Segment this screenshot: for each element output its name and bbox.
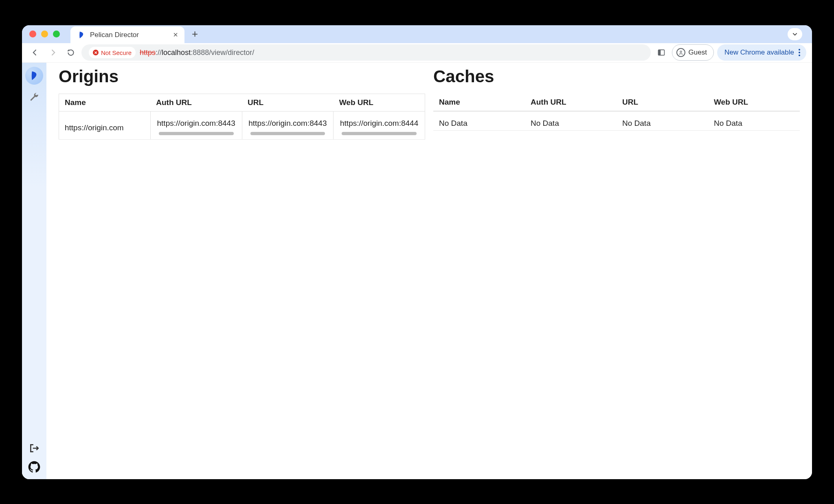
column-header: Name bbox=[433, 94, 525, 111]
column-header: Auth URL bbox=[525, 94, 617, 111]
column-header: URL bbox=[617, 94, 708, 111]
forward-button[interactable] bbox=[46, 45, 60, 60]
horizontal-scrollbar[interactable] bbox=[342, 132, 417, 135]
update-available-button[interactable]: New Chrome available bbox=[717, 44, 806, 61]
url-scheme: https bbox=[140, 48, 156, 57]
svg-point-5 bbox=[799, 55, 800, 56]
table-row: No Data No Data No Data No Data bbox=[433, 111, 800, 131]
panel-toggle-icon[interactable] bbox=[654, 45, 669, 60]
column-header: Auth URL bbox=[150, 94, 242, 111]
cell-value: https://origin.com:8443 bbox=[248, 119, 327, 127]
warning-icon: ✕ bbox=[93, 50, 99, 55]
caches-table: Name Auth URL URL Web URL No Data No Dat… bbox=[433, 94, 800, 131]
close-window-button[interactable] bbox=[29, 31, 36, 37]
table-row: https://origin.com https://origin.com:84… bbox=[59, 111, 425, 139]
update-label: New Chrome available bbox=[724, 48, 794, 57]
url-port: :8888 bbox=[191, 48, 209, 57]
toolbar: ✕ Not Secure https://localhost:8888/view… bbox=[22, 43, 812, 63]
title-bar: Pelican Director × + bbox=[22, 25, 812, 43]
tab-search-button[interactable] bbox=[788, 28, 802, 40]
main-content: Origins Name Auth URL URL Web URL bbox=[46, 63, 812, 479]
svg-rect-1 bbox=[658, 50, 661, 55]
cell-value: https://origin.com:8443 bbox=[157, 119, 235, 127]
wrench-icon[interactable] bbox=[28, 90, 41, 103]
origin-auth-url-cell[interactable]: https://origin.com:8443 bbox=[150, 111, 242, 139]
profile-button[interactable]: Guest bbox=[672, 44, 714, 61]
svg-point-3 bbox=[799, 49, 800, 50]
origin-url-cell[interactable]: https://origin.com:8443 bbox=[242, 111, 334, 139]
tab-title: Pelican Director bbox=[90, 31, 139, 39]
horizontal-scrollbar[interactable] bbox=[159, 132, 234, 135]
table-header-row: Name Auth URL URL Web URL bbox=[59, 94, 425, 111]
kebab-icon bbox=[798, 48, 801, 57]
security-chip[interactable]: ✕ Not Secure bbox=[89, 47, 136, 58]
origins-table: Name Auth URL URL Web URL https://origin… bbox=[59, 94, 425, 140]
table-header-row: Name Auth URL URL Web URL bbox=[433, 94, 800, 111]
user-icon bbox=[676, 48, 685, 57]
close-tab-button[interactable]: × bbox=[173, 30, 178, 39]
empty-cell: No Data bbox=[433, 111, 525, 131]
empty-cell: No Data bbox=[617, 111, 708, 131]
tab-favicon-icon bbox=[77, 31, 86, 39]
caches-title: Caches bbox=[433, 67, 800, 86]
minimize-window-button[interactable] bbox=[41, 31, 48, 37]
origin-name-cell: https://origin.com bbox=[59, 111, 151, 139]
logout-icon[interactable] bbox=[28, 442, 41, 455]
pelican-logo-icon[interactable] bbox=[25, 67, 43, 85]
browser-tab[interactable]: Pelican Director × bbox=[70, 26, 184, 44]
url-text: https://localhost:8888/view/director/ bbox=[140, 48, 254, 57]
svg-point-4 bbox=[799, 52, 800, 53]
cell-value: https://origin.com:8444 bbox=[340, 119, 418, 127]
profile-label: Guest bbox=[689, 48, 707, 57]
origins-panel: Origins Name Auth URL URL Web URL bbox=[59, 67, 425, 475]
browser-window: Pelican Director × + ✕ Not Secure https:… bbox=[22, 25, 812, 479]
maximize-window-button[interactable] bbox=[53, 31, 60, 37]
content-area: Origins Name Auth URL URL Web URL bbox=[22, 63, 812, 479]
horizontal-scrollbar[interactable] bbox=[250, 132, 325, 135]
empty-cell: No Data bbox=[708, 111, 800, 131]
new-tab-button[interactable]: + bbox=[192, 28, 198, 40]
reload-button[interactable] bbox=[64, 45, 78, 60]
column-header: Name bbox=[59, 94, 151, 111]
back-button[interactable] bbox=[28, 45, 42, 60]
url-path: /view/director/ bbox=[209, 48, 254, 57]
column-header: URL bbox=[242, 94, 334, 111]
security-label: Not Secure bbox=[101, 49, 132, 56]
origin-web-url-cell[interactable]: https://origin.com:8444 bbox=[334, 111, 425, 139]
address-bar[interactable]: ✕ Not Secure https://localhost:8888/view… bbox=[81, 44, 651, 61]
url-host: localhost bbox=[162, 48, 191, 57]
window-controls bbox=[29, 31, 60, 37]
column-header: Web URL bbox=[708, 94, 800, 111]
url-sep: :// bbox=[156, 48, 162, 57]
caches-panel: Caches Name Auth URL URL Web URL No Da bbox=[433, 67, 800, 475]
cell-value: https://origin.com bbox=[65, 123, 124, 132]
github-icon[interactable] bbox=[28, 460, 41, 473]
column-header: Web URL bbox=[334, 94, 425, 111]
origins-title: Origins bbox=[59, 67, 425, 86]
empty-cell: No Data bbox=[525, 111, 617, 131]
sidebar bbox=[22, 63, 46, 479]
svg-point-2 bbox=[680, 51, 682, 53]
